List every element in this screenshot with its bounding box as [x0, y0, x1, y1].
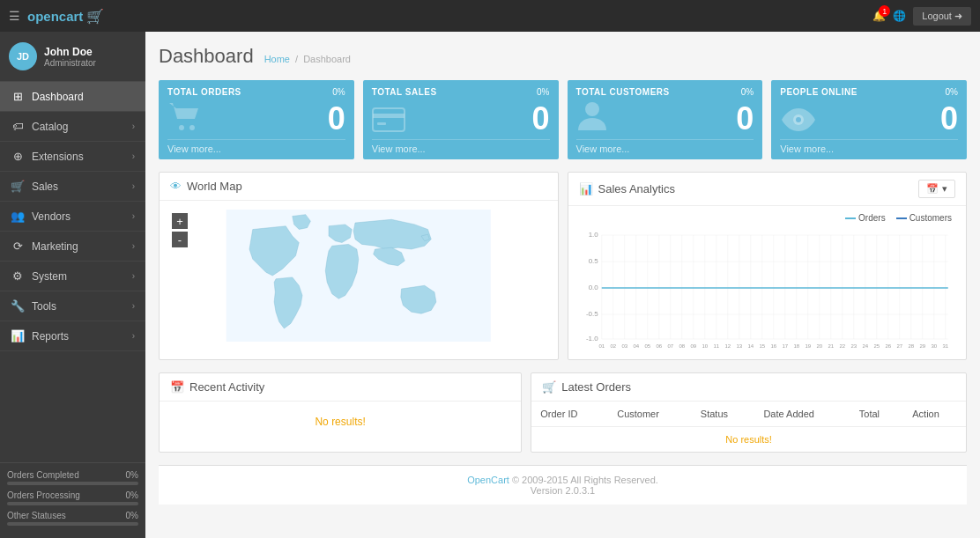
svg-text:05: 05: [644, 343, 650, 349]
stat-title-sales: TOTAL SALES: [372, 87, 550, 97]
svg-text:25: 25: [873, 343, 880, 349]
col-total: Total: [850, 402, 903, 427]
notification-badge: 1: [879, 5, 890, 17]
col-status: Status: [692, 402, 755, 427]
legend-orders: Orders: [845, 213, 886, 223]
stat-title-customers: TOTAL CUSTOMERS: [576, 87, 754, 97]
status-pct-other: 0%: [126, 511, 138, 520]
svg-text:17: 17: [782, 343, 788, 349]
legend-customers: Customers: [896, 213, 952, 223]
status-bars: Orders Completed 0% Orders Processing 0%: [0, 462, 145, 538]
zoom-in-button[interactable]: +: [172, 213, 188, 229]
extensions-icon: ⊕: [11, 150, 25, 163]
chart-icon: 📊: [579, 182, 593, 195]
svg-rect-3: [373, 114, 405, 118]
tools-icon: 🔧: [11, 299, 25, 313]
breadcrumb-separator: /: [295, 54, 298, 64]
sidebar-item-tools[interactable]: 🔧 Tools ›: [0, 291, 145, 321]
svg-text:07: 07: [667, 343, 673, 349]
sidebar-item-sales[interactable]: 🛒 Sales ›: [0, 172, 145, 202]
stat-link-online[interactable]: View more...: [780, 139, 958, 154]
sidebar-label-sales: Sales: [32, 181, 58, 193]
chevron-icon: ›: [132, 271, 135, 281]
main-content: Dashboard Home / Dashboard TOTAL ORDERS …: [145, 32, 980, 538]
user-role: Administrator: [44, 58, 96, 68]
sidebar-label-marketing: Marketing: [32, 240, 78, 253]
chevron-icon: ›: [132, 122, 135, 131]
orders-no-results: No results!: [531, 427, 966, 453]
date-picker-button[interactable]: 📅 ▾: [918, 180, 955, 198]
world-map-header: 👁 World Map: [160, 173, 558, 201]
sidebar-nav: ⊞ Dashboard 🏷 Catalog › ⊕ Extensions ›: [0, 82, 145, 462]
svg-text:1.0: 1.0: [588, 231, 598, 239]
calendar-icon: 📅: [926, 183, 939, 195]
sidebar-item-extensions[interactable]: ⊕ Extensions ›: [0, 142, 145, 172]
sidebar-item-dashboard[interactable]: ⊞ Dashboard: [0, 82, 145, 112]
footer-link[interactable]: OpenCart: [467, 475, 509, 485]
breadcrumb-current: Dashboard: [303, 54, 351, 64]
activity-header: 📅 Recent Activity: [160, 373, 521, 402]
legend-orders-color: [845, 217, 856, 219]
stat-title-orders: TOTAL ORDERS: [167, 87, 345, 97]
marketing-icon: ⟳: [11, 240, 25, 253]
catalog-icon: 🏷: [11, 120, 25, 133]
svg-text:0.5: 0.5: [588, 257, 598, 265]
svg-point-7: [796, 117, 801, 122]
sidebar-item-reports[interactable]: 📊 Reports ›: [0, 321, 145, 351]
status-bar-orders-completed: Orders Completed 0%: [7, 470, 138, 485]
globe-icon[interactable]: 🌐: [893, 10, 906, 22]
analytics-header: 📊 Sales Analytics 📅 ▾: [568, 173, 967, 206]
status-pct-completed: 0%: [126, 470, 138, 480]
svg-text:-0.5: -0.5: [585, 310, 598, 318]
svg-rect-2: [373, 108, 405, 131]
sidebar-label-vendors: Vendors: [32, 210, 71, 223]
chevron-icon: ›: [132, 241, 135, 251]
stat-link-orders[interactable]: View more...: [167, 139, 345, 154]
stat-card-total-orders: TOTAL ORDERS 0% 0 View more...: [159, 80, 354, 159]
eye-map-icon: 👁: [170, 180, 182, 193]
stat-cards: TOTAL ORDERS 0% 0 View more... TOTAL SAL…: [159, 80, 967, 159]
analytics-title: Sales Analytics: [598, 182, 675, 195]
map-container: + -: [168, 210, 549, 342]
zoom-out-button[interactable]: -: [172, 232, 188, 247]
svg-text:04: 04: [633, 343, 639, 349]
svg-point-0: [179, 125, 184, 130]
navbar-right: 🔔 1 🌐 Logout ➜: [872, 7, 971, 26]
col-customer: Customer: [608, 402, 692, 427]
footer-copyright: © 2009-2015 All Rights Reserved.: [512, 475, 658, 485]
sidebar-item-marketing[interactable]: ⟳ Marketing ›: [0, 232, 145, 262]
sidebar-item-vendors[interactable]: 👥 Vendors ›: [0, 202, 145, 232]
status-label-other: Other Statuses: [7, 511, 66, 520]
sidebar-label-dashboard: Dashboard: [32, 91, 84, 103]
svg-text:-1.0: -1.0: [585, 335, 598, 343]
stat-link-customers[interactable]: View more...: [576, 139, 754, 154]
sidebar-item-catalog[interactable]: 🏷 Catalog ›: [0, 112, 145, 142]
map-controls: + -: [172, 213, 188, 247]
logout-button[interactable]: Logout ➜: [913, 7, 971, 26]
customer-icon: [576, 100, 608, 138]
stat-card-total-sales: TOTAL SALES 0% 0 View more...: [363, 80, 559, 159]
orders-tbody: No results!: [531, 427, 966, 453]
footer-line1: OpenCart © 2009-2015 All Rights Reserved…: [167, 475, 958, 485]
user-info: John Doe Administrator: [44, 46, 96, 68]
latest-orders-card: 🛒 Latest Orders Order ID Customer Status…: [531, 372, 967, 453]
col-action: Action: [903, 402, 966, 427]
stat-pct-sales: 0%: [537, 87, 549, 97]
svg-text:14: 14: [747, 343, 754, 349]
svg-text:26: 26: [885, 343, 891, 349]
breadcrumb-home[interactable]: Home: [264, 54, 290, 64]
system-icon: ⚙: [11, 269, 25, 283]
chart-legend: Orders Customers: [575, 213, 960, 223]
stat-card-total-customers: TOTAL CUSTOMERS 0% 0 View more...: [568, 80, 763, 159]
svg-text:11: 11: [713, 343, 719, 349]
hamburger-icon[interactable]: ☰: [9, 9, 20, 23]
col-order-id: Order ID: [531, 402, 608, 427]
stat-link-sales[interactable]: View more...: [372, 139, 550, 154]
status-label-completed: Orders Completed: [7, 470, 79, 480]
svg-text:06: 06: [656, 343, 662, 349]
svg-text:02: 02: [610, 343, 616, 349]
stat-pct-online: 0%: [946, 87, 958, 97]
notification-bell[interactable]: 🔔 1: [872, 10, 886, 22]
cart-orders-icon: 🛒: [542, 380, 556, 394]
sidebar-item-system[interactable]: ⚙ System ›: [0, 262, 145, 291]
